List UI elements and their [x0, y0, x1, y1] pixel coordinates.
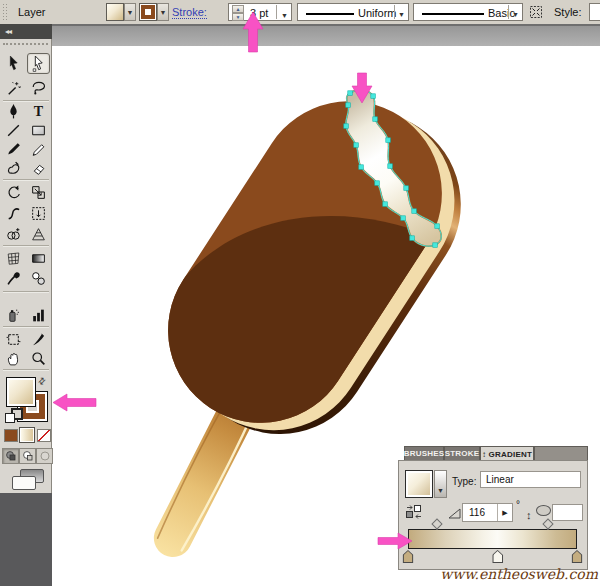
artboard-tool[interactable]: [2, 329, 25, 350]
blob-brush-tool[interactable]: [2, 158, 25, 179]
shape-builder-tool[interactable]: [2, 224, 25, 245]
control-bar: Layer ▼ ▼ Stroke: ▲ ▼ 3 pt ▼ Uniform ▼ B…: [0, 0, 600, 25]
brush-preview: [422, 13, 484, 15]
tab-gradient[interactable]: ↕ GRADIENT: [480, 446, 534, 461]
rotate-tool[interactable]: [2, 182, 25, 203]
panel-grip[interactable]: [2, 3, 7, 21]
panel-drag-dots[interactable]: [3, 43, 48, 49]
spinner-down-icon[interactable]: ▼: [232, 13, 244, 21]
draw-normal-button[interactable]: [2, 448, 19, 464]
magic-wand-tool[interactable]: [2, 78, 25, 99]
fill-proxy-swatch[interactable]: [6, 377, 36, 407]
stroke-weight-spinner[interactable]: ▲ ▼: [232, 5, 244, 21]
blend-tool[interactable]: [27, 268, 50, 289]
gradient-stop-right[interactable]: [572, 550, 583, 563]
gradient-stop-middle[interactable]: [492, 550, 503, 563]
perspective-grid-tool[interactable]: [27, 224, 50, 245]
draw-behind-button[interactable]: [19, 448, 36, 464]
lasso-tool[interactable]: [27, 78, 50, 99]
tab-brushes[interactable]: BRUSHES: [404, 446, 444, 461]
stroke-link[interactable]: Stroke:: [172, 6, 207, 19]
gradient-panel-body: ▼ Type: Linear 116 ▶ ° ↕: [398, 460, 588, 570]
direct-selection-tool[interactable]: [27, 53, 50, 74]
tab-stroke[interactable]: STROKE: [444, 446, 480, 461]
mesh-tool[interactable]: [2, 248, 25, 269]
zoom-tool[interactable]: [27, 348, 50, 369]
watermark: www.entheosweb.com: [440, 566, 598, 582]
screen-mode-icon-front[interactable]: [12, 476, 36, 490]
degree-symbol: °: [516, 499, 520, 510]
color-paint-button[interactable]: [4, 429, 18, 442]
gradient-stop-left[interactable]: [403, 550, 414, 563]
scale-tool[interactable]: [27, 182, 50, 203]
chevron-down-icon: ▼: [281, 12, 288, 19]
gradient-midpoint-track: [408, 520, 577, 528]
gradient-preview-swatch[interactable]: [405, 470, 433, 498]
isolate-selection-icon[interactable]: [528, 4, 545, 20]
style-combo[interactable]: [589, 3, 600, 21]
chevron-down-icon: ▼: [512, 11, 519, 18]
layer-label: Layer: [18, 6, 46, 18]
pencil-tool[interactable]: [27, 139, 50, 160]
app-background: [0, 493, 52, 586]
gradient-panel: BRUSHES STROKE ↕ GRADIENT ▼ Type: Linear…: [398, 446, 588, 570]
stroke-swatch[interactable]: [139, 3, 157, 21]
gradient-type-select[interactable]: Linear: [480, 471, 581, 488]
spinner-up-icon[interactable]: ▲: [232, 5, 244, 13]
gradient-paint-button[interactable]: [19, 427, 35, 443]
stroke-dropdown-icon[interactable]: ▼: [157, 3, 169, 21]
angle-spinner-icon[interactable]: ▶: [497, 504, 512, 521]
rectangle-tool[interactable]: [27, 120, 50, 141]
tab-bar-filler: [534, 446, 588, 461]
swap-fill-stroke-icon[interactable]: ⇄: [36, 375, 48, 387]
gradient-swatch-dropdown[interactable]: ▼: [434, 470, 447, 498]
width-profile-combo[interactable]: Uniform ▼: [297, 3, 409, 21]
eraser-tool[interactable]: [27, 158, 50, 179]
illustrator-window: Layer ▼ ▼ Stroke: ▲ ▼ 3 pt ▼ Uniform ▼ B…: [0, 0, 600, 586]
eyedropper-tool[interactable]: [2, 268, 25, 289]
ice-cream-body[interactable]: [131, 65, 496, 472]
symbol-sprayer-tool[interactable]: [2, 305, 25, 326]
paintbrush-tool[interactable]: [2, 139, 25, 160]
type-label: Type:: [452, 476, 476, 487]
angle-icon: [448, 508, 461, 519]
gradient-midpoint-marker[interactable]: [431, 518, 442, 529]
pen-tool[interactable]: [2, 101, 25, 122]
selection-tool[interactable]: [2, 53, 25, 74]
canvas-top-strip: [52, 24, 600, 46]
gradient-midpoint-marker[interactable]: [543, 518, 554, 529]
tools-panel: ◂◂ T: [0, 24, 52, 493]
fill-swatch[interactable]: [106, 3, 124, 21]
hand-tool[interactable]: [2, 348, 25, 369]
style-label: Style:: [554, 6, 582, 18]
slice-tool[interactable]: [27, 329, 50, 350]
brush-definition-value: Basic: [488, 7, 515, 19]
column-graph-tool[interactable]: [27, 305, 50, 326]
gradient-angle-value[interactable]: 116: [469, 507, 485, 518]
gradient-stop-track: [408, 550, 577, 564]
draw-inside-button[interactable]: [36, 448, 53, 464]
width-tool[interactable]: [2, 203, 25, 224]
width-profile-preview: [306, 13, 354, 15]
fill-dropdown-icon[interactable]: ▼: [124, 3, 136, 21]
panel-collapse-icon[interactable]: ◂◂: [0, 24, 52, 39]
stroke-weight-value[interactable]: 3 pt: [250, 7, 268, 19]
type-tool[interactable]: T: [27, 101, 50, 122]
gradient-tool[interactable]: [27, 248, 50, 269]
free-transform-tool[interactable]: [27, 203, 50, 224]
reverse-gradient-icon[interactable]: [405, 504, 423, 520]
default-fill-icon[interactable]: [5, 413, 15, 423]
none-paint-button[interactable]: [37, 429, 51, 442]
stroke-weight-dropdown[interactable]: ▼: [276, 5, 292, 19]
stroke-weight-field[interactable]: ▲ ▼ 3 pt ▼: [228, 3, 292, 21]
aspect-ratio-field[interactable]: [552, 504, 583, 521]
gradient-slider-bar[interactable]: [408, 529, 577, 549]
line-segment-tool[interactable]: [2, 120, 25, 141]
chevron-down-icon: ▼: [398, 11, 405, 18]
brush-definition-combo[interactable]: Basic ▼: [413, 3, 523, 21]
width-profile-value: Uniform: [358, 7, 397, 19]
